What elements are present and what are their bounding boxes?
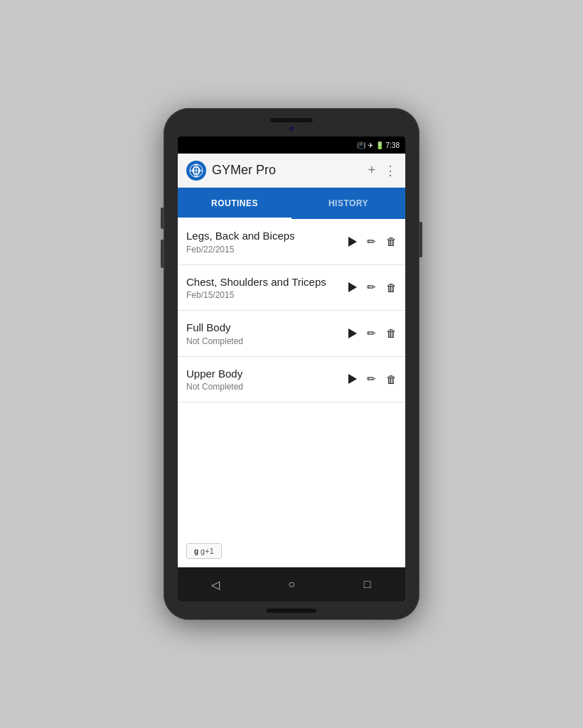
- play-button[interactable]: [348, 328, 357, 338]
- trash-icon: 🗑: [386, 282, 397, 294]
- edit-button[interactable]: ✏: [367, 327, 376, 340]
- routine-info: Full Body Not Completed: [186, 321, 343, 346]
- speaker-top: [270, 118, 313, 122]
- routines-list: Legs, Back and Biceps Feb/22/2015 ✏ 🗑: [178, 219, 405, 535]
- routine-name: Upper Body: [186, 367, 343, 381]
- trash-icon: 🗑: [386, 373, 397, 385]
- routine-actions: ✏ 🗑: [348, 373, 397, 385]
- gplus-button[interactable]: g g+1: [186, 543, 222, 559]
- recent-button[interactable]: □: [353, 570, 382, 599]
- routine-info: Chest, Shoulders and Triceps Feb/15/2015: [186, 275, 343, 301]
- gplus-label: g+1: [200, 547, 214, 555]
- routine-date: Feb/22/2015: [186, 245, 343, 255]
- tab-history[interactable]: HISTORY: [292, 188, 405, 219]
- routine-name: Chest, Shoulders and Triceps: [186, 275, 343, 289]
- home-button[interactable]: ○: [277, 570, 306, 599]
- pencil-icon: ✏: [367, 281, 376, 294]
- status-time: 7:38: [386, 141, 400, 149]
- nav-bar: ◁ ○ □: [178, 567, 405, 601]
- routine-actions: ✏ 🗑: [348, 327, 397, 340]
- routine-name: Legs, Back and Biceps: [186, 229, 343, 243]
- play-icon: [348, 282, 357, 292]
- pencil-icon: ✏: [367, 327, 376, 340]
- status-bar: 📳 ✈ 🔋 7:38: [178, 136, 405, 154]
- header-actions: + ⋮: [368, 163, 397, 178]
- trash-icon: 🗑: [386, 327, 397, 339]
- delete-button[interactable]: 🗑: [386, 235, 397, 247]
- delete-button[interactable]: 🗑: [386, 327, 397, 339]
- tab-bar: ROUTINES HISTORY: [178, 188, 405, 219]
- airplane-icon: ✈: [368, 141, 373, 149]
- app-logo: [186, 161, 206, 181]
- play-icon: [348, 374, 357, 384]
- delete-button[interactable]: 🗑: [386, 373, 397, 385]
- pencil-icon: ✏: [367, 373, 376, 385]
- volume-down-button[interactable]: [161, 240, 164, 268]
- vibrate-icon: 📳: [357, 141, 365, 149]
- routine-info: Upper Body Not Completed: [186, 367, 343, 392]
- delete-button[interactable]: 🗑: [386, 282, 397, 294]
- play-button[interactable]: [348, 282, 357, 292]
- speaker-bottom: [267, 609, 316, 613]
- app-title: GYMer Pro: [212, 163, 368, 178]
- app-header: GYMer Pro + ⋮: [178, 154, 405, 188]
- routine-actions: ✏ 🗑: [348, 235, 397, 248]
- pencil-icon: ✏: [367, 235, 376, 248]
- routine-date: Not Completed: [186, 336, 343, 346]
- volume-up-button[interactable]: [161, 208, 164, 229]
- phone-device: 📳 ✈ 🔋 7:38 GYMer Pro + ⋮: [164, 108, 419, 620]
- routine-info: Legs, Back and Biceps Feb/22/2015: [186, 229, 343, 255]
- bottom-area: g g+1: [178, 535, 405, 567]
- routine-item: Legs, Back and Biceps Feb/22/2015 ✏ 🗑: [178, 219, 405, 265]
- routine-date: Not Completed: [186, 382, 343, 392]
- power-button[interactable]: [419, 222, 422, 257]
- play-icon: [348, 237, 357, 247]
- routine-name: Full Body: [186, 321, 343, 335]
- routine-item: Upper Body Not Completed ✏ 🗑: [178, 357, 405, 403]
- play-button[interactable]: [348, 374, 357, 384]
- edit-button[interactable]: ✏: [367, 373, 376, 385]
- add-button[interactable]: +: [368, 163, 375, 178]
- menu-button[interactable]: ⋮: [384, 163, 397, 178]
- routine-item: Chest, Shoulders and Triceps Feb/15/2015…: [178, 265, 405, 311]
- phone-screen: 📳 ✈ 🔋 7:38 GYMer Pro + ⋮: [178, 136, 405, 601]
- trash-icon: 🗑: [386, 235, 397, 247]
- edit-button[interactable]: ✏: [367, 281, 376, 294]
- back-button[interactable]: ◁: [201, 570, 230, 599]
- play-icon: [348, 328, 357, 338]
- edit-button[interactable]: ✏: [367, 235, 376, 248]
- tab-routines[interactable]: ROUTINES: [178, 188, 292, 219]
- routine-date: Feb/15/2015: [186, 290, 343, 300]
- play-button[interactable]: [348, 237, 357, 247]
- routine-item: Full Body Not Completed ✏ 🗑: [178, 311, 405, 357]
- gplus-icon: g: [194, 547, 198, 555]
- front-camera: [288, 125, 295, 132]
- routine-actions: ✏ 🗑: [348, 281, 397, 294]
- battery-icon: 🔋: [375, 141, 384, 149]
- status-icons: 📳 ✈ 🔋 7:38: [357, 141, 400, 149]
